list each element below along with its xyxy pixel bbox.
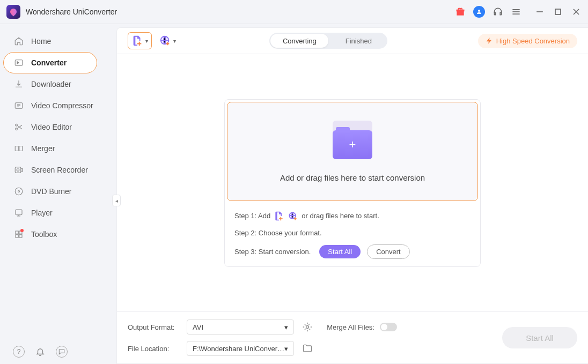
high-speed-label: High Speed Conversion [496, 37, 570, 45]
scissors-icon [14, 122, 24, 132]
folder-plus-icon: + [318, 121, 387, 164]
svg-rect-20 [16, 235, 18, 237]
merge-icon [14, 144, 24, 153]
main-panel: ▾ ▾ Converting Finished High Speed Conve… [116, 27, 588, 364]
gift-icon[interactable] [455, 6, 466, 17]
help-icon[interactable]: ? [13, 346, 25, 358]
close-icon[interactable] [571, 6, 582, 17]
user-icon[interactable] [473, 6, 485, 18]
svg-point-24 [306, 326, 309, 329]
svg-point-14 [17, 169, 19, 172]
convert-sample-button[interactable]: Convert [367, 244, 410, 259]
drop-zone[interactable]: + Add or drag files here to start conver… [227, 102, 478, 201]
add-url-mini-icon[interactable] [288, 211, 298, 221]
sidebar-item-editor[interactable]: Video Editor [0, 116, 116, 138]
chat-icon[interactable] [56, 346, 68, 358]
svg-point-16 [18, 191, 20, 192]
svg-rect-4 [555, 9, 561, 14]
sidebar: Home Converter Downloader Video Compress… [0, 24, 116, 364]
maximize-icon[interactable] [553, 6, 563, 17]
tab-switch: Converting Finished [269, 33, 387, 49]
sidebar-item-label: Merger [31, 144, 55, 153]
step-3: Step 3: Start conversion. Start All Conv… [234, 244, 471, 259]
sidebar-item-compressor[interactable]: Video Compressor [0, 95, 116, 116]
chevron-down-icon: ▾ [284, 323, 288, 331]
step-text: Step 2: Choose your format. [234, 229, 322, 237]
sidebar-item-downloader[interactable]: Downloader [0, 73, 116, 95]
footer: Output Format: AVI ▾ Merge All Files: St… [117, 311, 588, 363]
bell-icon[interactable] [34, 346, 46, 358]
chevron-down-icon: ▾ [284, 345, 288, 353]
sidebar-item-home[interactable]: Home [0, 31, 116, 52]
svg-rect-11 [15, 146, 18, 151]
sidebar-item-dvd[interactable]: DVD Burner [0, 181, 116, 202]
output-format-value: AVI [193, 323, 203, 331]
high-speed-button[interactable]: High Speed Conversion [478, 34, 577, 48]
svg-point-15 [15, 188, 23, 195]
svg-rect-12 [19, 146, 23, 151]
sidebar-item-label: Video Compressor [31, 101, 93, 110]
sidebar-collapse-button[interactable]: ◂ [112, 195, 121, 206]
step-text: or drag files here to start. [302, 212, 379, 220]
start-all-button[interactable]: Start All [502, 327, 577, 348]
minimize-icon[interactable] [534, 6, 545, 17]
hamburger-icon[interactable] [511, 6, 521, 17]
sidebar-item-player[interactable]: Player [0, 202, 116, 224]
file-location-label: File Location: [128, 345, 181, 353]
output-format-select[interactable]: AVI ▾ [187, 320, 294, 335]
play-icon [14, 208, 24, 218]
drop-caption: Add or drag files here to start conversi… [280, 173, 425, 182]
sidebar-item-converter[interactable]: Converter [0, 52, 116, 73]
sidebar-item-label: Converter [31, 58, 67, 67]
sidebar-item-label: Home [31, 37, 51, 46]
app-logo [6, 5, 20, 19]
compress-icon [14, 101, 24, 110]
steps-list: Step 1: Add or drag files here to start.… [225, 203, 480, 266]
svg-point-9 [16, 124, 18, 126]
file-location-select[interactable]: F:\Wondershare UniConverter ▾ [187, 341, 294, 356]
output-settings-icon[interactable] [299, 322, 315, 332]
add-url-button[interactable]: ▾ [156, 33, 179, 49]
headset-icon[interactable] [493, 6, 503, 17]
merge-label: Merge All Files: [321, 323, 374, 331]
svg-rect-13 [15, 167, 21, 173]
topbar: ▾ ▾ Converting Finished High Speed Conve… [117, 28, 588, 54]
svg-rect-17 [16, 210, 22, 215]
drop-panel: + Add or drag files here to start conver… [224, 99, 481, 267]
svg-rect-21 [19, 235, 22, 237]
output-format-label: Output Format: [128, 323, 181, 331]
chevron-down-icon: ▾ [145, 38, 148, 44]
add-file-button[interactable]: ▾ [128, 32, 152, 49]
file-location-value: F:\Wondershare UniConverter [193, 345, 284, 353]
record-icon [14, 165, 24, 175]
sidebar-item-label: DVD Burner [31, 187, 71, 196]
start-all-sample-button[interactable]: Start All [319, 245, 361, 258]
chevron-down-icon: ▾ [173, 38, 176, 44]
sidebar-item-toolbox[interactable]: Toolbox [0, 224, 116, 245]
sidebar-item-recorder[interactable]: Screen Recorder [0, 159, 116, 181]
step-2: Step 2: Choose your format. [234, 229, 471, 237]
tab-converting[interactable]: Converting [270, 34, 328, 48]
svg-point-10 [16, 128, 18, 130]
step-text: Step 3: Start conversion. [234, 248, 311, 256]
add-file-mini-icon[interactable] [274, 211, 284, 221]
step-1: Step 1: Add or drag files here to start. [234, 211, 471, 221]
merge-toggle[interactable] [380, 323, 397, 331]
titlebar: Wondershare UniConverter [0, 0, 588, 24]
disc-icon [14, 187, 24, 196]
notification-dot [20, 229, 24, 232]
sidebar-item-merger[interactable]: Merger [0, 138, 116, 159]
sidebar-item-label: Video Editor [31, 123, 72, 131]
step-text: Step 1: Add [234, 212, 270, 220]
download-icon [14, 79, 24, 89]
sidebar-item-label: Screen Recorder [31, 166, 88, 174]
sidebar-item-label: Player [31, 209, 53, 217]
svg-rect-18 [16, 231, 18, 234]
open-folder-icon[interactable] [299, 343, 315, 354]
app-title: Wondershare UniConverter [26, 8, 117, 16]
tab-finished[interactable]: Finished [329, 33, 387, 49]
home-icon [14, 36, 24, 46]
sidebar-item-label: Downloader [31, 80, 71, 88]
sidebar-item-label: Toolbox [31, 230, 57, 239]
converter-icon [14, 58, 24, 68]
